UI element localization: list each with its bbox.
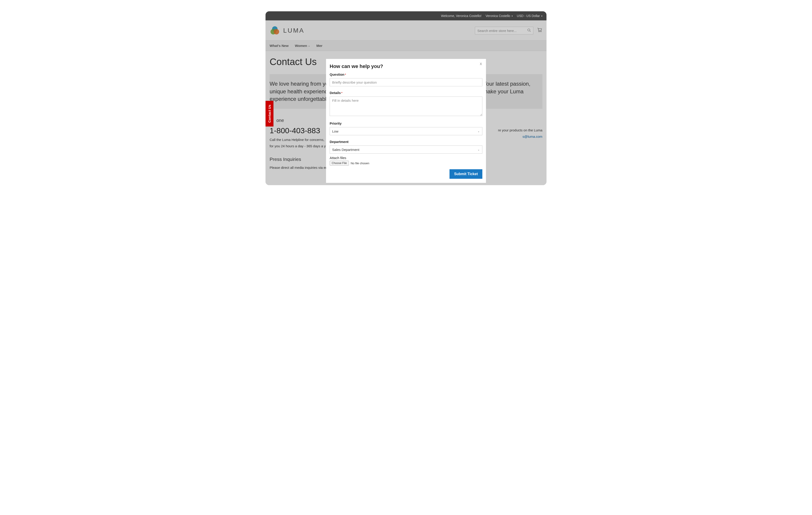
modal-close-button[interactable]: X: [480, 62, 482, 66]
welcome-message: Welcome, Veronica Costello!: [441, 14, 482, 18]
logo[interactable]: LUMA: [270, 25, 304, 36]
department-label: Department: [330, 140, 482, 144]
nav-whats-new[interactable]: What's New: [270, 40, 289, 51]
main-nav: What's New Women ⌄ Mer: [265, 40, 547, 51]
question-label: Question*: [330, 73, 482, 76]
submit-ticket-button[interactable]: Submit Ticket: [450, 169, 482, 179]
modal-title: How can we help you?: [330, 63, 482, 69]
nav-men[interactable]: Mer: [316, 40, 322, 51]
priority-select[interactable]: Low: [330, 127, 482, 135]
search-input[interactable]: [477, 29, 527, 33]
chevron-down-icon: ▾: [541, 15, 542, 17]
apparel-email-link[interactable]: s@luma.com: [522, 135, 542, 138]
priority-label: Priority: [330, 121, 482, 125]
account-name: Veronica Costello: [486, 14, 510, 18]
help-modal: X How can we help you? Question* Details…: [326, 59, 486, 183]
details-textarea[interactable]: [330, 96, 482, 116]
contact-us-side-tab[interactable]: Contact Us: [265, 101, 273, 126]
svg-point-2: [274, 29, 279, 34]
department-select[interactable]: Sales Department: [330, 145, 482, 153]
svg-point-6: [541, 31, 541, 32]
attach-files-label: Attach files: [330, 156, 482, 160]
choose-file-button[interactable]: Choose File: [330, 161, 349, 166]
nav-women-label: Women: [295, 44, 307, 48]
svg-point-5: [539, 31, 540, 32]
currency-label: USD - US Dollar: [517, 14, 540, 18]
chevron-down-icon: ⌄: [308, 45, 310, 47]
nav-women[interactable]: Women ⌄: [295, 40, 310, 51]
question-input[interactable]: [330, 78, 482, 86]
currency-dropdown[interactable]: USD - US Dollar ▾: [517, 14, 542, 18]
svg-line-4: [530, 31, 531, 32]
topbar-header: Welcome, Veronica Costello! Veronica Cos…: [265, 11, 547, 20]
account-dropdown[interactable]: Veronica Costello ▾: [486, 14, 513, 18]
search-box[interactable]: [475, 27, 533, 34]
cart-icon[interactable]: [538, 27, 542, 34]
logo-text: LUMA: [283, 27, 304, 34]
details-label: Details*: [330, 91, 482, 95]
header-main: LUMA: [265, 20, 547, 40]
search-icon[interactable]: [527, 28, 531, 33]
no-file-text: No file chosen: [351, 162, 369, 165]
chevron-down-icon: ▾: [512, 15, 513, 17]
luma-logo-icon: [270, 25, 280, 36]
svg-point-3: [528, 29, 530, 31]
